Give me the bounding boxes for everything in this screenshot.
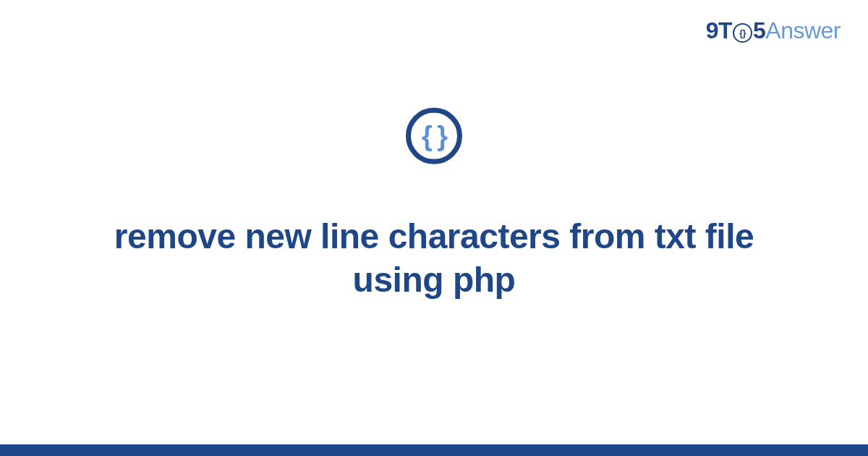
question-title: remove new line characters from txt file… [87,215,781,302]
footer-bar [0,444,868,456]
main-content: { } remove new line characters from txt … [0,108,868,302]
logo-text-answer: Answer [765,17,841,43]
category-icon-wrapper: { } [406,108,462,164]
logo-text-9t: 9T [706,17,732,43]
code-braces-icon: { } [422,120,446,151]
site-logo: 9T{}5Answer [706,17,841,44]
logo-circle-icon: {} [733,23,752,43]
logo-text-5: 5 [753,17,765,43]
